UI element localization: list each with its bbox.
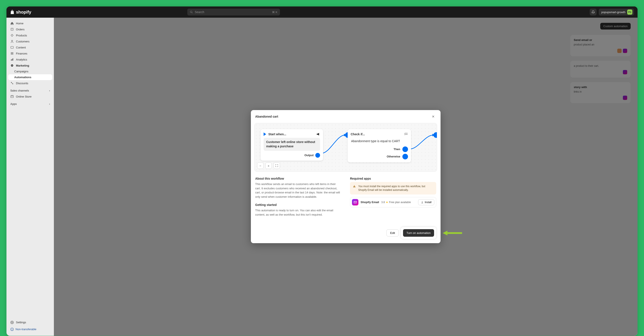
about-heading: About this workflow — [255, 177, 342, 180]
mail-icon — [354, 201, 357, 204]
svg-point-10 — [12, 65, 12, 66]
node-dot — [402, 146, 408, 152]
getting-started-text: This automation is ready to turn on. You… — [255, 208, 342, 217]
nav-settings[interactable]: Settings — [8, 320, 52, 326]
node-dot — [315, 153, 320, 158]
modal-overlay[interactable]: Abandoned cart — [54, 18, 638, 336]
expand-icon — [275, 164, 278, 167]
workflow-canvas[interactable]: Start when... Customer left online store… — [254, 123, 437, 172]
search-input[interactable]: Search ⌘ K — [187, 8, 280, 15]
home-icon — [10, 21, 14, 25]
nav-orders[interactable]: Orders — [8, 26, 52, 32]
analytics-icon — [10, 58, 14, 61]
plus-icon: + — [268, 164, 270, 168]
about-text: This workflow sends an email to customer… — [255, 182, 342, 199]
svg-marker-23 — [443, 231, 448, 235]
minus-icon: − — [260, 164, 262, 168]
svg-point-14 — [12, 330, 12, 330]
bell-icon — [592, 10, 595, 14]
content-area: Custom automation Send email or product … — [54, 18, 638, 336]
modal-footer: Edit Turn on automation — [251, 224, 440, 243]
nav-online-store[interactable]: Online Store — [8, 93, 52, 99]
svg-point-0 — [190, 11, 192, 13]
play-icon — [264, 132, 266, 136]
sidebar: Home Orders Products Customers Content F… — [6, 18, 54, 336]
finances-icon — [10, 52, 14, 55]
nav-marketing[interactable]: Marketing — [8, 62, 52, 68]
megaphone-icon — [316, 132, 320, 136]
download-icon — [421, 201, 424, 204]
arrow-icon — [443, 230, 462, 236]
info-icon — [10, 328, 14, 331]
arrow-annotation — [443, 230, 462, 237]
zoom-in-button[interactable]: + — [265, 162, 272, 169]
app-row: Shopify Email 3.8 ★ Free plan available … — [350, 197, 436, 207]
node-dot — [434, 132, 437, 138]
app-meta: 3.8 ★ Free plan available — [381, 201, 411, 204]
gear-icon — [10, 321, 14, 324]
nav-home[interactable]: Home — [8, 20, 52, 26]
chevron-right-icon: › — [49, 102, 50, 105]
search-placeholder: Search — [194, 10, 204, 14]
svg-point-4 — [12, 40, 12, 41]
svg-line-1 — [192, 12, 193, 13]
nav-customers[interactable]: Customers — [8, 38, 52, 44]
nav-content[interactable]: Content — [8, 44, 52, 50]
nav-analytics[interactable]: Analytics — [8, 56, 52, 62]
getting-started-heading: Getting started — [255, 203, 342, 207]
connector-line — [408, 132, 437, 158]
svg-rect-8 — [13, 58, 13, 61]
store-name: popupsmart-growth — [601, 10, 626, 14]
customers-icon — [10, 40, 14, 43]
svg-rect-2 — [11, 28, 13, 30]
topbar: shopify Search ⌘ K popupsmart-growth PG — [6, 6, 638, 18]
flow-check-body: Abandonment type is equal to CART — [351, 138, 408, 145]
topbar-right: popupsmart-growth PG — [590, 8, 634, 15]
notifications-button[interactable] — [590, 8, 596, 15]
close-icon — [432, 115, 435, 118]
app-name: Shopify Email — [360, 201, 379, 204]
nav-campaigns[interactable]: Campaigns — [8, 68, 52, 74]
install-button[interactable]: Install — [418, 199, 434, 205]
canvas-controls: − + — [257, 162, 280, 169]
close-button[interactable] — [430, 113, 436, 120]
svg-rect-6 — [11, 59, 12, 60]
store-icon — [10, 95, 14, 98]
shopify-email-icon — [352, 199, 358, 206]
warning-banner: You must install the required apps to us… — [350, 182, 436, 195]
turn-on-automation-button[interactable]: Turn on automation — [403, 229, 434, 237]
svg-rect-7 — [12, 59, 12, 60]
products-icon — [10, 33, 14, 37]
modal: Abandoned cart — [251, 110, 440, 243]
flow-check-card[interactable]: Check if... Abandonment type is equal to… — [348, 129, 411, 162]
fullscreen-button[interactable] — [274, 162, 280, 169]
edit-button[interactable]: Edit — [386, 229, 398, 237]
brand-logo[interactable]: shopify — [10, 9, 31, 15]
nav-discounts[interactable]: Discounts — [8, 80, 52, 86]
zoom-out-button[interactable]: − — [257, 162, 264, 169]
apps-header[interactable]: Apps› — [8, 99, 52, 107]
discounts-icon — [10, 81, 14, 85]
nav-finances[interactable]: Finances — [8, 50, 52, 56]
modal-header: Abandoned cart — [251, 110, 440, 123]
sales-channels-header[interactable]: Sales channels› — [8, 86, 52, 93]
nav-products[interactable]: Products — [8, 32, 52, 38]
nav-automations[interactable]: Automations — [8, 74, 52, 80]
store-switcher[interactable]: popupsmart-growth PG — [599, 8, 634, 15]
content-icon — [10, 46, 14, 49]
non-transferable-badge[interactable]: Non-transferable — [8, 326, 52, 333]
brand-text: shopify — [16, 10, 31, 15]
flow-start-body: Customer left online store without makin… — [264, 138, 320, 151]
modal-body: About this workflow This workflow sends … — [251, 172, 440, 224]
modal-title: Abandoned cart — [255, 115, 278, 118]
svg-point-11 — [12, 322, 12, 323]
search-icon — [190, 10, 193, 13]
warning-icon — [352, 185, 356, 188]
flow-start-card[interactable]: Start when... Customer left online store… — [260, 129, 323, 160]
marketing-icon — [10, 64, 14, 67]
node-dot — [402, 154, 408, 159]
required-apps-column: Required apps You must install the requi… — [350, 177, 436, 221]
orders-icon — [10, 27, 14, 31]
avatar: PG — [627, 9, 632, 15]
turn-on-highlight: Turn on automation — [401, 227, 436, 239]
